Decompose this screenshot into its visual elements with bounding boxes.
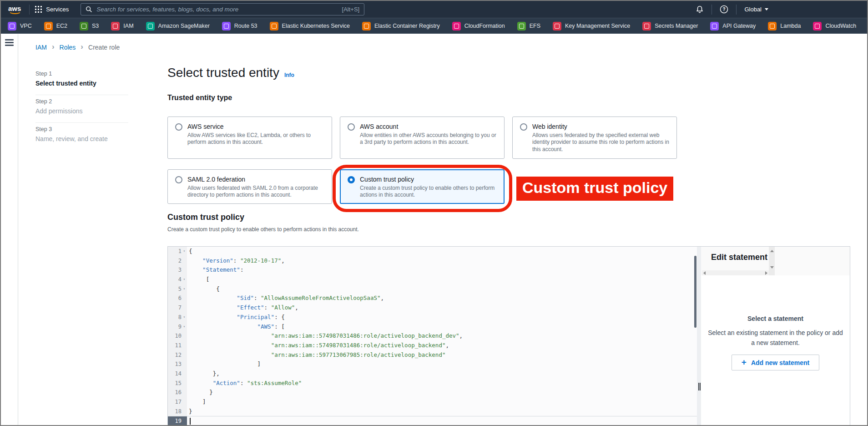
line-number-gutter: 4▾ xyxy=(168,275,187,284)
favorites-item[interactable]: Elastic Container Registry xyxy=(362,22,440,30)
radio-button[interactable] xyxy=(175,176,182,183)
line-number: 7 xyxy=(170,303,182,313)
scroll-left-icon[interactable] xyxy=(703,271,706,275)
entity-type-card[interactable]: AWS serviceAllow AWS services like EC2, … xyxy=(167,117,332,159)
scroll-right-icon[interactable] xyxy=(765,271,767,275)
code-text: "Action": "sts:AssumeRole" xyxy=(187,379,697,388)
code-text: { xyxy=(187,284,697,294)
entity-type-card[interactable]: Web identityAllows users federated by th… xyxy=(512,117,677,159)
entity-type-card[interactable]: AWS accountAllow entities in other AWS a… xyxy=(340,117,505,159)
policy-code-editor[interactable]: 1▾{2 "Version": "2012-10-17",3 "Statemen… xyxy=(168,247,697,426)
fold-arrow-icon[interactable]: ▾ xyxy=(182,247,187,256)
editor-scrollbar[interactable] xyxy=(694,256,696,328)
notifications-bell-icon[interactable] xyxy=(696,5,704,14)
line-number: 11 xyxy=(170,341,182,350)
panel-resize-handle[interactable] xyxy=(697,247,701,426)
wizard-step: Step 1Select trusted entity xyxy=(35,67,128,95)
breadcrumb: IAM›Roles›Create role xyxy=(35,43,120,51)
entity-type-card[interactable]: SAML 2.0 federationAllow users federated… xyxy=(167,169,332,204)
radio-button[interactable] xyxy=(520,123,527,131)
scroll-down-icon[interactable] xyxy=(770,266,774,269)
aws-logo[interactable]: aws xyxy=(7,5,24,14)
favorites-item[interactable]: Elastic Kubernetes Service xyxy=(270,22,350,30)
info-link[interactable]: Info xyxy=(284,72,294,78)
line-number-gutter: 19 xyxy=(168,416,187,426)
search-input[interactable] xyxy=(96,6,338,13)
service-icon xyxy=(362,22,371,30)
card-description: Allows users federated by the specified … xyxy=(532,132,669,153)
favorites-item-label: VPC xyxy=(20,23,32,29)
line-number-gutter: 10 xyxy=(168,331,187,341)
code-line: 1▾{ xyxy=(168,247,697,256)
favorites-item-label: EFS xyxy=(530,23,540,29)
divider xyxy=(736,5,737,15)
favorites-item[interactable]: EFS xyxy=(517,22,540,30)
breadcrumb-item[interactable]: Roles xyxy=(60,44,76,51)
radio-button[interactable] xyxy=(348,123,355,131)
chevron-down-icon xyxy=(765,8,768,10)
add-new-statement-button[interactable]: + Add new statement xyxy=(732,355,819,370)
radio-button[interactable] xyxy=(175,123,182,131)
select-statement-title: Select a statement xyxy=(701,315,850,322)
page-title: Select trusted entity xyxy=(167,66,279,80)
line-number-gutter: 16 xyxy=(168,388,187,397)
favorites-item-label: Route 53 xyxy=(234,23,257,29)
code-line: 14 }, xyxy=(168,369,697,379)
code-line: 7 "Effect": "Allow", xyxy=(168,303,697,313)
line-number: 14 xyxy=(170,369,182,379)
entity-type-card[interactable]: Custom trust policyCreate a custom trust… xyxy=(340,169,505,204)
card-content: AWS accountAllow entities in other AWS a… xyxy=(360,123,497,152)
code-text: ] xyxy=(187,360,697,369)
fold-arrow-icon[interactable]: ▾ xyxy=(182,275,187,284)
fold-arrow-icon[interactable]: ▾ xyxy=(182,322,187,332)
region-selector[interactable]: Global xyxy=(744,6,768,13)
favorites-item[interactable]: VPC xyxy=(8,22,32,30)
favorites-item[interactable]: Key Management Service xyxy=(553,22,630,30)
line-number-gutter: 7 xyxy=(168,303,187,313)
menu-hamburger-icon[interactable] xyxy=(5,39,14,46)
divider xyxy=(29,5,30,15)
radio-button[interactable] xyxy=(348,176,355,183)
favorites-item[interactable]: CloudWatch xyxy=(813,22,856,30)
code-text: "Statement": xyxy=(187,265,697,275)
favorites-item[interactable]: Amazon SageMaker xyxy=(146,22,210,30)
line-number-gutter: 9▾ xyxy=(168,322,187,332)
service-icon xyxy=(222,22,231,30)
panel-vertical-scrollbar[interactable] xyxy=(769,247,775,275)
services-menu-button[interactable]: Services xyxy=(35,6,69,13)
favorites-item[interactable]: API Gateway xyxy=(710,22,756,30)
wizard-step: Step 2Add permissions xyxy=(35,95,128,123)
card-title: AWS service xyxy=(187,123,324,130)
card-title: SAML 2.0 federation xyxy=(187,176,324,183)
line-number: 3 xyxy=(170,265,182,275)
favorites-item[interactable]: Secrets Manager xyxy=(642,22,698,30)
favorites-item[interactable]: EC2 xyxy=(44,22,67,30)
fold-arrow-icon[interactable]: ▾ xyxy=(182,313,187,322)
line-number: 1 xyxy=(170,247,182,256)
scroll-up-icon[interactable] xyxy=(770,250,774,252)
favorites-item[interactable]: IAM xyxy=(111,22,133,30)
breadcrumb-item[interactable]: IAM xyxy=(35,44,47,51)
card-title: AWS account xyxy=(360,123,497,130)
line-number: 12 xyxy=(170,350,182,360)
fold-arrow-icon[interactable]: ▾ xyxy=(182,284,187,294)
favorites-item[interactable]: S3 xyxy=(80,22,99,30)
favorites-item[interactable]: Lambda xyxy=(768,22,801,30)
favorites-item[interactable]: Route 53 xyxy=(222,22,257,30)
edit-statement-title: Edit statement xyxy=(711,253,767,262)
code-line: 10 "arn:aws:iam::574987031486:role/activ… xyxy=(168,331,697,341)
line-number-gutter: 14 xyxy=(168,369,187,379)
card-content: SAML 2.0 federationAllow users federated… xyxy=(187,176,324,198)
global-search[interactable]: [Alt+S] xyxy=(81,3,364,15)
breadcrumb-item: Create role xyxy=(88,44,120,51)
favorites-item-label: CloudWatch xyxy=(825,23,856,29)
favorites-item[interactable]: CloudFormation xyxy=(452,22,505,30)
line-number-gutter: 3 xyxy=(168,265,187,275)
favorites-item-label: EC2 xyxy=(56,23,67,29)
line-number: 19 xyxy=(170,416,182,426)
help-icon[interactable]: ? xyxy=(720,5,728,14)
favorites-item-label: S3 xyxy=(92,23,99,29)
side-nav-rail xyxy=(1,34,18,425)
panel-horizontal-scrollbar[interactable] xyxy=(702,270,769,275)
edit-statement-panel: Edit statement Select a statement Select… xyxy=(701,247,850,426)
